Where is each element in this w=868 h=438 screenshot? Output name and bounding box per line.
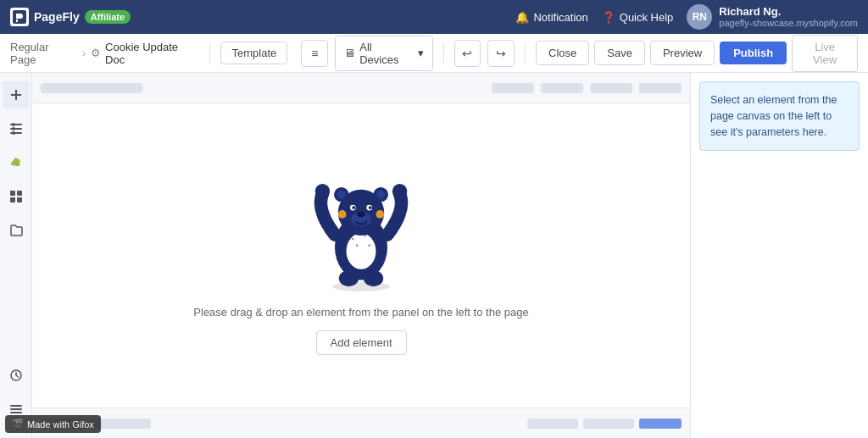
gifox-badge: 🎬 Made with Gifox (5, 415, 101, 433)
settings-icon: ⚙ (91, 47, 101, 59)
bell-icon: 🔔 (515, 10, 529, 24)
logo-icon (10, 8, 29, 26)
placeholder-bar-bottom-3 (583, 419, 634, 429)
svg-point-39 (356, 244, 359, 247)
bear-mascot-image (306, 157, 416, 292)
close-button[interactable]: Close (536, 41, 589, 65)
placeholder-bar-5 (639, 83, 682, 93)
svg-rect-12 (10, 197, 15, 202)
placeholder-bar-2 (492, 83, 534, 93)
svg-point-21 (315, 184, 330, 198)
svg-rect-15 (10, 405, 22, 407)
publish-button[interactable]: Publish (720, 42, 787, 64)
breadcrumb-current: ⚙ Cookie Update Doc (91, 41, 199, 66)
svg-rect-13 (17, 197, 22, 202)
placeholder-bar-bottom-2 (527, 419, 578, 429)
bottom-right-placeholder (527, 419, 682, 429)
svg-point-33 (352, 206, 355, 209)
svg-rect-11 (17, 191, 22, 196)
toolbar-divider-1 (209, 43, 210, 64)
svg-point-7 (12, 123, 15, 126)
right-panel: Select an element from the page canvas o… (690, 73, 868, 438)
svg-point-9 (12, 131, 15, 135)
canvas-empty-state: Please drag & drop an element from the p… (32, 103, 690, 408)
gifox-label: Made with Gifox (27, 419, 94, 430)
svg-rect-3 (11, 94, 21, 96)
help-icon: ❓ (602, 10, 615, 24)
avatar: RN (687, 4, 712, 30)
svg-point-31 (357, 211, 365, 217)
svg-point-28 (337, 190, 346, 198)
main-layout: Please drag & drop an element from the p… (0, 73, 868, 438)
canvas-inner: Please drag & drop an element from the p… (32, 73, 690, 438)
svg-point-37 (376, 210, 384, 219)
toolbar-divider-3 (525, 43, 526, 64)
toolbar-divider-2 (443, 43, 444, 64)
nav-left: PageFly Affiliate (10, 8, 131, 26)
info-box: Select an element from the page canvas o… (699, 81, 860, 151)
sidebar-item-apps[interactable] (3, 183, 30, 210)
user-store: pagefly-showcase.myshopify.com (719, 18, 858, 29)
user-area: RN Richard Ng. pagefly-showcase.myshopif… (687, 4, 858, 30)
notification-button[interactable]: 🔔 Notification (515, 10, 587, 24)
breadcrumb: Regular Page › ⚙ Cookie Update Doc (10, 41, 199, 66)
gifox-icon: 🎬 (12, 419, 24, 430)
device-selector[interactable]: 🖥 All Devices ▾ (335, 36, 432, 71)
sidebar-item-layers[interactable] (3, 115, 30, 142)
svg-point-35 (369, 206, 372, 209)
top-navigation: PageFly Affiliate 🔔 Notification ❓ Quick… (0, 0, 868, 34)
sidebar-item-history[interactable] (3, 362, 30, 389)
sidebar-item-files[interactable] (3, 217, 30, 244)
save-button[interactable]: Save (594, 41, 645, 65)
toolbar: Regular Page › ⚙ Cookie Update Doc Templ… (0, 34, 868, 73)
toolbar-icons: ≡ (301, 40, 328, 67)
toolbar-actions: Close Save Preview Publish Live View (536, 35, 858, 72)
canvas-area: Please drag & drop an element from the p… (32, 73, 690, 438)
left-sidebar (0, 73, 32, 438)
affiliate-badge: Affiliate (85, 10, 131, 24)
empty-state-text: Please drag & drop an element from the p… (193, 306, 528, 319)
svg-rect-10 (10, 191, 15, 196)
placeholder-bar-bottom-4 (639, 419, 682, 429)
breadcrumb-separator: › (82, 47, 86, 59)
preview-button[interactable]: Preview (650, 41, 715, 65)
svg-point-8 (12, 127, 15, 130)
svg-point-24 (364, 269, 383, 286)
redo-button[interactable]: ↪ (487, 40, 515, 67)
placeholder-bar-4 (590, 83, 632, 93)
svg-point-41 (368, 244, 370, 247)
svg-point-38 (352, 237, 354, 240)
sidebar-item-shopify[interactable] (3, 149, 30, 176)
breadcrumb-parent: Regular Page (10, 41, 77, 66)
template-button[interactable]: Template (220, 42, 287, 64)
svg-point-40 (364, 234, 366, 236)
placeholder-bar-3 (541, 83, 583, 93)
chevron-down-icon: ▾ (418, 47, 424, 59)
undo-button[interactable]: ↩ (454, 40, 481, 67)
sidebar-item-add[interactable] (3, 81, 30, 108)
page-top-bar (32, 73, 690, 103)
add-element-button[interactable]: Add element (316, 330, 407, 355)
nav-right: 🔔 Notification ❓ Quick Help RN Richard N… (515, 4, 858, 30)
svg-rect-1 (16, 19, 18, 22)
page-bottom-bar (32, 408, 690, 438)
quick-help-button[interactable]: ❓ Quick Help (602, 10, 674, 24)
svg-point-36 (338, 210, 347, 219)
live-view-button[interactable]: Live View (792, 35, 858, 72)
user-info: Richard Ng. pagefly-showcase.myshopify.c… (719, 5, 858, 30)
svg-rect-16 (10, 408, 22, 410)
svg-point-22 (392, 184, 407, 198)
svg-point-29 (376, 190, 385, 198)
svg-point-23 (339, 269, 359, 286)
logo-text: PageFly (34, 10, 80, 24)
info-box-text: Select an element from the page canvas o… (710, 94, 837, 138)
svg-point-20 (347, 233, 376, 269)
svg-rect-17 (10, 412, 22, 413)
user-name: Richard Ng. (719, 5, 858, 19)
placeholder-bar-1 (41, 83, 142, 93)
logo-area: PageFly Affiliate (10, 8, 131, 26)
monitor-icon: 🖥 (344, 47, 355, 59)
text-align-icon-button[interactable]: ≡ (301, 40, 328, 67)
